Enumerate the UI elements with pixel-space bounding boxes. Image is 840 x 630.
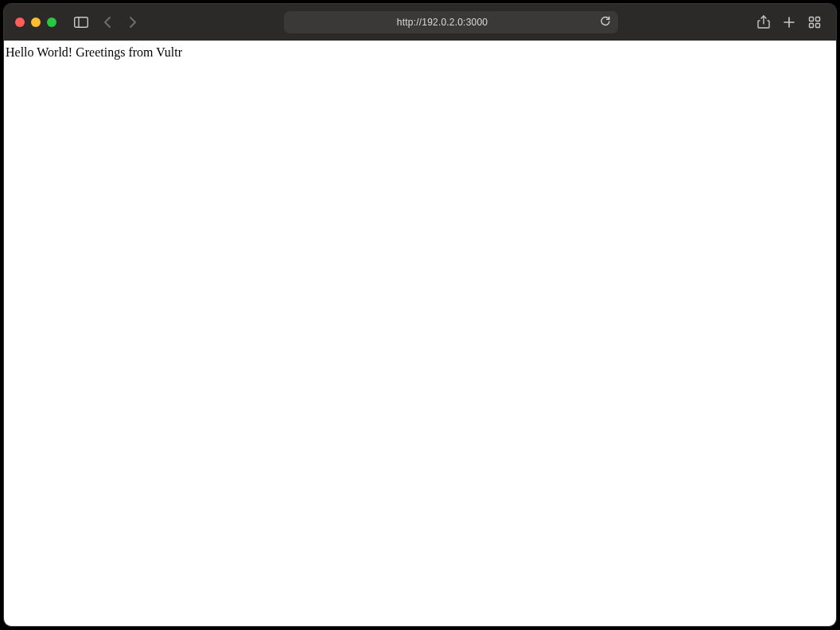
close-window-button[interactable] (15, 18, 25, 27)
grid-icon (808, 16, 821, 29)
svg-rect-6 (810, 24, 814, 28)
minimize-window-button[interactable] (31, 18, 41, 27)
address-bar-container: http://192.0.2.0:3000 (284, 11, 618, 33)
chevron-right-icon (127, 17, 137, 28)
new-tab-button[interactable] (779, 12, 799, 33)
svg-rect-0 (75, 18, 88, 28)
svg-rect-7 (816, 24, 820, 28)
share-button[interactable] (753, 12, 774, 33)
page-body: Hello World! Greetings from Vultr (4, 41, 836, 64)
zoom-window-button[interactable] (47, 18, 56, 27)
browser-toolbar: http://192.0.2.0:3000 (4, 4, 836, 41)
tab-overview-button[interactable] (804, 12, 825, 33)
toolbar-right-group (753, 12, 825, 33)
share-icon (757, 15, 770, 29)
plus-icon (783, 16, 795, 29)
navigation-buttons (98, 12, 142, 33)
svg-rect-5 (816, 18, 820, 21)
page-text: Hello World! Greetings from Vultr (6, 45, 182, 59)
window-controls (15, 18, 56, 27)
back-button[interactable] (98, 12, 119, 33)
address-url: http://192.0.2.0:3000 (294, 17, 591, 28)
sidebar-icon (74, 17, 88, 28)
address-bar[interactable]: http://192.0.2.0:3000 (284, 11, 618, 33)
reload-button[interactable] (597, 14, 613, 30)
svg-rect-4 (810, 18, 814, 21)
forward-button[interactable] (122, 12, 142, 33)
sidebar-toggle-button[interactable] (71, 12, 91, 33)
chevron-left-icon (103, 17, 113, 28)
browser-window: http://192.0.2.0:3000 (3, 3, 837, 627)
page-viewport[interactable]: Hello World! Greetings from Vultr (4, 41, 836, 626)
reload-icon (600, 16, 611, 29)
